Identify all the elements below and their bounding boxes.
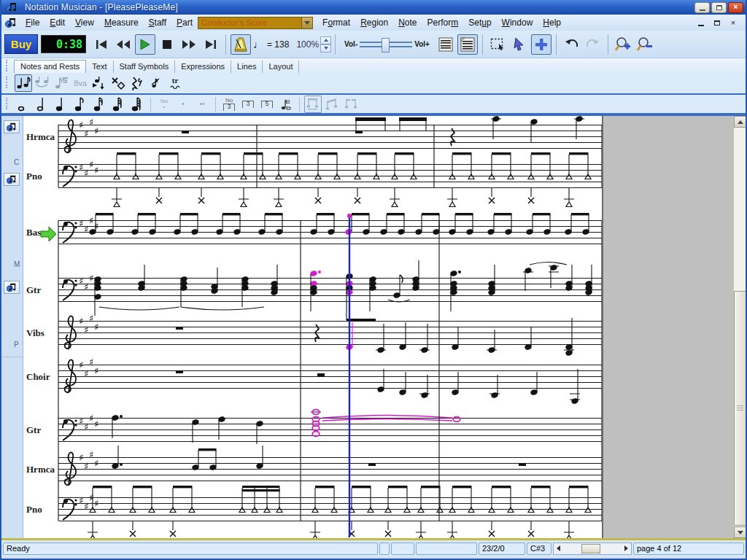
stop-button[interactable] (157, 34, 177, 55)
undo-button[interactable] (561, 34, 581, 55)
drag-handle[interactable] (6, 98, 9, 109)
transpose-tool-button[interactable] (90, 74, 108, 92)
triplet-button[interactable]: 3 (239, 96, 257, 113)
zoom-spin-up-button[interactable] (320, 36, 331, 44)
menu-perform[interactable]: Perform (422, 16, 464, 29)
pitch-indicator: C#3 (527, 542, 551, 555)
menu-note[interactable]: Note (393, 16, 422, 29)
duration-half-button[interactable] (34, 96, 51, 113)
double-dot-button[interactable]: •• (193, 96, 211, 113)
menu-staff[interactable]: Staff (144, 16, 171, 29)
duration-whole-button[interactable] (15, 96, 32, 113)
toolbar-separator (482, 34, 483, 55)
dot-button[interactable]: • (174, 96, 192, 113)
tab-staff-symbols[interactable]: Staff Symbols (114, 61, 176, 73)
goto-start-button[interactable] (91, 34, 112, 55)
trill-tool-button[interactable]: tr (166, 74, 184, 92)
sharp-icon: ♯ (79, 359, 83, 370)
octave-tool-button[interactable]: 8va (71, 74, 89, 92)
two-page-view-button[interactable] (457, 34, 478, 55)
play-button[interactable] (135, 34, 155, 55)
sharp-icon: ♯ (89, 449, 93, 460)
panel-toggle-button[interactable] (4, 173, 20, 186)
duration-sixteenth-button[interactable] (90, 96, 108, 113)
beam-slant-icon (325, 97, 339, 112)
beam-both-button[interactable] (304, 96, 322, 113)
scrollbar-thumb[interactable] (734, 291, 746, 526)
volume-slider-thumb[interactable] (382, 38, 390, 52)
metronome-button[interactable] (231, 34, 251, 55)
beam-up-button[interactable] (323, 96, 341, 113)
menu-measure[interactable]: Measure (99, 16, 144, 29)
panel-toggle-button[interactable] (4, 281, 20, 294)
tab-expressions[interactable]: Expressions (175, 61, 231, 73)
minimize-button[interactable] (694, 2, 710, 13)
drag-handle[interactable] (6, 60, 9, 71)
panel-toggle-button[interactable] (4, 120, 20, 133)
quintuplet-tool-button[interactable] (53, 74, 70, 92)
scroll-up-button[interactable] (734, 116, 746, 128)
zoom-in-button[interactable] (613, 34, 633, 55)
note-five-icon (53, 76, 69, 90)
arrow-select-button[interactable] (509, 34, 530, 55)
marquee-select-button[interactable] (487, 34, 508, 55)
menu-items-right: FormatRegionNotePerformSetupWindowHelp (317, 16, 566, 29)
menu-file[interactable]: File (20, 16, 44, 29)
goto-end-icon (204, 39, 217, 50)
no-dot-button[interactable]: No• (155, 96, 173, 113)
close-button[interactable]: × (728, 2, 743, 13)
menu-region[interactable]: Region (355, 16, 393, 29)
duration-thirtysecond-button[interactable] (109, 96, 127, 113)
tab-text[interactable]: Text (86, 61, 113, 73)
volume-slider[interactable] (360, 42, 412, 47)
buy-button[interactable]: Buy (4, 34, 38, 54)
quintuplet-button[interactable]: 5 (258, 96, 276, 113)
menu-part[interactable]: Part (171, 16, 198, 29)
sharp-icon: ♯ (84, 501, 88, 512)
duration-sixtyfourth-button[interactable] (128, 96, 146, 113)
menu-help[interactable]: Help (538, 16, 566, 29)
beam-split-button[interactable] (342, 96, 360, 113)
score-canvas[interactable]: Hrmca♯♯♯♯Pno♯♯♯♯Bass♯♯♯♯Gtr♯♯♯♯Vibs♯♯♯♯C… (23, 116, 603, 538)
menu-window[interactable]: Window (497, 16, 538, 29)
mdi-minimize-button[interactable] (696, 18, 706, 27)
mdi-restore-button[interactable] (712, 18, 722, 27)
menu-view[interactable]: View (70, 16, 99, 29)
drag-handle[interactable] (6, 77, 9, 88)
horizontal-scrollbar[interactable] (553, 542, 632, 555)
notehead-tool-button[interactable] (109, 74, 127, 92)
fast-forward-button[interactable] (179, 34, 199, 55)
menu-setup[interactable]: Setup (463, 16, 496, 29)
scroll-left-button[interactable] (554, 543, 563, 554)
scroll-right-button[interactable] (622, 543, 631, 554)
tuplet-note-button[interactable]: 3 (277, 96, 295, 113)
add-notes-button[interactable] (531, 34, 551, 55)
rewind-button[interactable] (113, 34, 133, 55)
scroll-down-button[interactable] (734, 526, 746, 538)
grace-note-tool-button[interactable] (147, 74, 165, 92)
part-selector-combobox[interactable]: Conductor's Score (198, 17, 301, 29)
tab-notes-and-rests[interactable]: Notes and Rests (14, 60, 86, 73)
mdi-close-button[interactable]: × (728, 18, 738, 27)
vertical-scrollbar[interactable] (733, 116, 746, 538)
goto-end-button[interactable] (201, 34, 221, 55)
redo-button[interactable] (583, 34, 603, 55)
zoom-out-button[interactable] (635, 34, 655, 55)
tab-lines[interactable]: Lines (231, 61, 263, 73)
rest-tool-button[interactable] (128, 74, 146, 92)
duration-quarter-button[interactable] (53, 96, 70, 113)
part-selector-dropdown-button[interactable] (301, 17, 313, 29)
menu-edit[interactable]: Edit (44, 16, 70, 29)
tie-tool-button[interactable] (34, 74, 51, 92)
hscrollbar-thumb[interactable] (581, 544, 600, 553)
notes-tool-button[interactable] (15, 74, 32, 92)
no-tuplet-button[interactable]: No 3 (220, 96, 238, 113)
zoom-spin-down-button[interactable] (320, 44, 331, 52)
restore-button[interactable] (711, 2, 727, 13)
staff-label: Hrmca (26, 131, 55, 142)
duration-eighth-button[interactable] (71, 96, 89, 113)
tab-layout[interactable]: Layout (263, 61, 299, 73)
single-page-view-button[interactable] (436, 34, 456, 55)
menu-format[interactable]: Format (317, 16, 355, 29)
x-diamond-notehead-icon (110, 76, 126, 90)
